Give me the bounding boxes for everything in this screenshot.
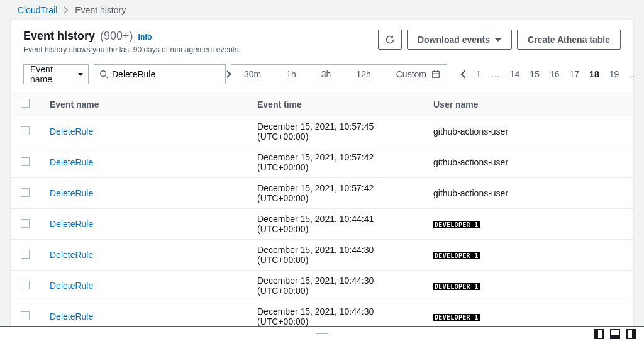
bottom-drawer xyxy=(0,326,644,341)
calendar-icon xyxy=(431,70,440,79)
user-name-redacted: DEVELOPER_1 xyxy=(433,283,480,290)
range-custom[interactable]: Custom xyxy=(384,65,447,84)
range-custom-label: Custom xyxy=(396,69,426,79)
row-checkbox[interactable] xyxy=(21,311,30,320)
panel-right-icon[interactable] xyxy=(626,329,636,339)
event-time-value: December 15, 2021, 10:44:30 (UTC+00:00) xyxy=(257,245,374,265)
event-name-link[interactable]: DeleteRule xyxy=(50,188,93,198)
download-events-button[interactable]: Download events xyxy=(407,30,512,50)
range-1h[interactable]: 1h xyxy=(274,65,309,84)
refresh-icon xyxy=(385,35,395,45)
triangle-down-icon xyxy=(78,73,83,76)
row-checkbox[interactable] xyxy=(21,250,30,259)
user-name-redacted: DEVELOPER_1 xyxy=(433,314,480,321)
page-ellipsis-left: … xyxy=(489,67,502,82)
page-15[interactable]: 15 xyxy=(527,67,542,82)
page-18[interactable]: 18 xyxy=(587,67,602,82)
table-row: DeleteRuleDecember 15, 2021, 10:57:42 (U… xyxy=(11,147,633,178)
panel-bottom-icon[interactable] xyxy=(610,329,620,339)
table-row: DeleteRuleDecember 15, 2021, 10:44:30 (U… xyxy=(11,240,633,271)
page-17[interactable]: 17 xyxy=(567,67,582,82)
range-12h[interactable]: 12h xyxy=(343,65,383,84)
event-name-link[interactable]: DeleteRule xyxy=(50,157,93,167)
filter-value-input-wrapper xyxy=(94,64,226,84)
event-name-link[interactable]: DeleteRule xyxy=(50,219,93,229)
drawer-handle[interactable] xyxy=(316,333,328,335)
table-row: DeleteRuleDecember 15, 2021, 10:57:45 (U… xyxy=(11,116,633,147)
chevron-right-icon xyxy=(64,6,69,14)
row-checkbox[interactable] xyxy=(21,157,30,166)
event-history-panel: Event history (900+) Info Event history … xyxy=(10,19,634,341)
row-checkbox[interactable] xyxy=(21,219,30,228)
event-time-value: December 15, 2021, 10:57:42 (UTC+00:00) xyxy=(257,152,374,172)
page-1[interactable]: 1 xyxy=(474,67,484,82)
row-checkbox[interactable] xyxy=(21,281,30,289)
caret-down-icon xyxy=(495,38,501,42)
event-time-value: December 15, 2021, 10:44:30 (UTC+00:00) xyxy=(257,306,374,327)
filter-attribute-select[interactable]: Event name xyxy=(23,64,89,84)
event-name-link[interactable]: DeleteRule xyxy=(50,281,93,291)
row-checkbox[interactable] xyxy=(21,126,30,135)
pagination: 1 … 14 15 16 17 18 19 … xyxy=(457,67,644,82)
breadcrumb: CloudTrail Event history xyxy=(10,0,634,19)
filter-value-input[interactable] xyxy=(112,69,222,79)
svg-line-1 xyxy=(106,76,108,79)
event-time-value: December 15, 2021, 10:57:45 (UTC+00:00) xyxy=(257,121,374,142)
panel-left-icon[interactable] xyxy=(594,329,604,339)
page-14[interactable]: 14 xyxy=(508,67,523,82)
page-subtitle: Event history shows you the last 90 days… xyxy=(23,45,241,54)
col-event-name[interactable]: Event name xyxy=(40,92,247,116)
table-row: DeleteRuleDecember 15, 2021, 10:57:42 (U… xyxy=(11,178,633,209)
select-all-checkbox[interactable] xyxy=(21,99,30,108)
filter-attribute-label: Event name xyxy=(30,64,73,84)
page-count: (900+) xyxy=(100,30,133,43)
event-time-value: December 15, 2021, 10:57:42 (UTC+00:00) xyxy=(257,183,374,203)
user-name-value: github-actions-user xyxy=(433,126,508,137)
user-name-value: github-actions-user xyxy=(433,157,508,167)
user-name-value: github-actions-user xyxy=(433,188,508,198)
row-checkbox[interactable] xyxy=(21,188,30,197)
download-events-label: Download events xyxy=(418,33,490,46)
event-name-link[interactable]: DeleteRule xyxy=(50,311,93,321)
refresh-button[interactable] xyxy=(378,30,402,50)
event-time-value: December 15, 2021, 10:44:30 (UTC+00:00) xyxy=(257,276,374,296)
event-name-link[interactable]: DeleteRule xyxy=(50,250,93,260)
page-16[interactable]: 16 xyxy=(547,67,562,82)
user-name-redacted: DEVELOPER_1 xyxy=(433,221,480,228)
event-name-link[interactable]: DeleteRule xyxy=(50,126,93,137)
event-time-value: December 15, 2021, 10:44:41 (UTC+00:00) xyxy=(257,214,374,234)
search-icon xyxy=(99,70,108,79)
info-link[interactable]: Info xyxy=(138,33,152,42)
create-athena-table-button[interactable]: Create Athena table xyxy=(517,30,621,50)
range-3h[interactable]: 3h xyxy=(309,65,344,84)
range-30m[interactable]: 30m xyxy=(231,65,274,84)
time-range-segmented: 30m 1h 3h 12h Custom xyxy=(231,64,447,84)
svg-rect-4 xyxy=(433,72,440,78)
breadcrumb-current: Event history xyxy=(75,5,126,15)
col-user-name[interactable]: User name xyxy=(423,92,633,116)
events-table: Event name Event time User name DeleteRu… xyxy=(11,92,633,341)
page-ellipsis-right: … xyxy=(626,67,640,82)
col-event-time[interactable]: Event time xyxy=(247,92,423,116)
table-row: DeleteRuleDecember 15, 2021, 10:44:41 (U… xyxy=(11,209,633,240)
page-prev[interactable] xyxy=(457,67,469,81)
breadcrumb-root[interactable]: CloudTrail xyxy=(18,5,57,15)
create-athena-table-label: Create Athena table xyxy=(528,33,610,46)
table-row: DeleteRuleDecember 15, 2021, 10:44:30 (U… xyxy=(11,271,633,301)
svg-point-0 xyxy=(101,71,106,77)
user-name-redacted: DEVELOPER_1 xyxy=(433,252,480,259)
page-title: Event history xyxy=(23,30,95,43)
page-19[interactable]: 19 xyxy=(607,67,622,82)
